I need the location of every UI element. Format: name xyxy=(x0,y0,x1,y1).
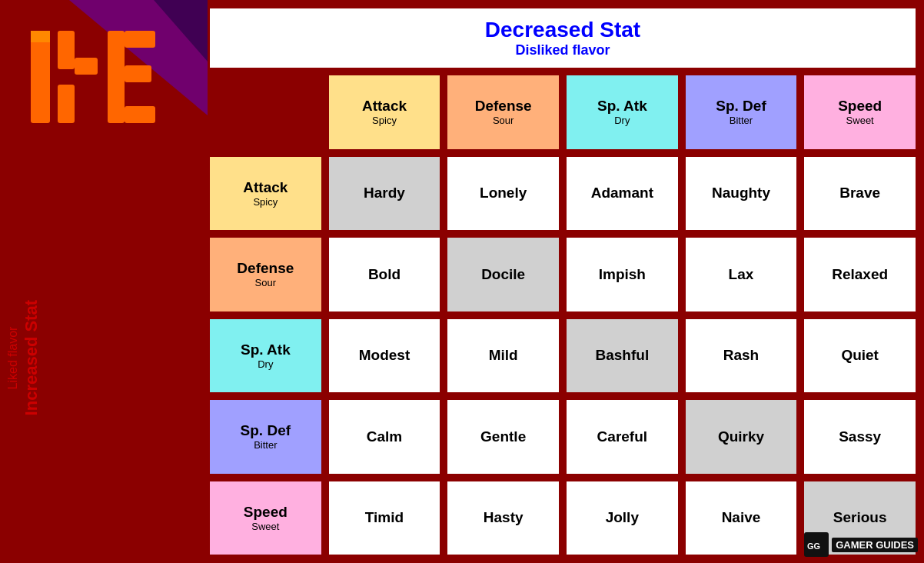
right-content: Decreased Stat Disliked flavor Attack Sp… xyxy=(208,0,924,563)
col-header-defense: Defense Sour xyxy=(445,73,561,152)
col-header-spatk: Sp. Atk Dry xyxy=(564,73,680,152)
nature-adamant: Adamant xyxy=(564,155,680,233)
nature-timid: Timid xyxy=(327,479,443,558)
increased-stat-label: Increased Stat xyxy=(22,300,42,415)
nature-mild: Mild xyxy=(445,317,561,395)
nature-modest: Modest xyxy=(327,317,443,395)
nature-impish: Impish xyxy=(564,235,680,314)
col-header-spdef: Sp. Def Bitter xyxy=(683,73,799,152)
nature-rash: Rash xyxy=(683,317,799,395)
nature-grid: Attack Spicy Defense Sour Sp. Atk Dry Sp… xyxy=(208,73,918,557)
vertical-stat-label: Increased Stat Liked flavor xyxy=(2,185,44,531)
main-container: Increased Stat Liked flavor Decreased St… xyxy=(0,0,924,563)
nature-hardy: Hardy xyxy=(327,155,443,233)
left-panel: Increased Stat Liked flavor xyxy=(0,0,208,563)
svg-rect-8 xyxy=(108,31,125,123)
svg-marker-4 xyxy=(31,31,50,42)
row-header-defense: Defense Sour xyxy=(208,235,324,314)
nature-calm: Calm xyxy=(327,398,443,476)
row-header-spdef: Sp. Def Bitter xyxy=(208,398,324,476)
nature-sassy: Sassy xyxy=(802,398,918,476)
nature-bashful: Bashful xyxy=(564,317,680,395)
col-header-attack: Attack Spicy xyxy=(327,73,443,152)
nature-naive: Naive xyxy=(683,479,799,558)
svg-rect-11 xyxy=(125,106,155,123)
decreased-stat-title: Decreased Stat xyxy=(214,18,912,42)
corner-cell xyxy=(208,73,324,152)
svg-text:GG: GG xyxy=(807,541,820,551)
row-header-speed: Speed Sweet xyxy=(208,479,324,558)
svg-rect-5 xyxy=(58,31,75,69)
nature-gentle: Gentle xyxy=(445,398,561,476)
top-header: Decreased Stat Disliked flavor xyxy=(208,6,918,70)
svg-rect-7 xyxy=(75,58,98,75)
nature-lax: Lax xyxy=(683,235,799,314)
nature-quirky: Quirky xyxy=(683,398,799,476)
svg-rect-10 xyxy=(125,65,151,82)
logo-graphic xyxy=(0,0,208,162)
nature-brave: Brave xyxy=(802,155,918,233)
nature-bold: Bold xyxy=(327,235,443,314)
disliked-flavor-subtitle: Disliked flavor xyxy=(214,42,912,58)
nature-lonely: Lonely xyxy=(445,155,561,233)
nature-jolly: Jolly xyxy=(564,479,680,558)
svg-rect-9 xyxy=(125,31,155,48)
nature-relaxed: Relaxed xyxy=(802,235,918,314)
nature-careful: Careful xyxy=(564,398,680,476)
svg-rect-6 xyxy=(58,85,75,123)
row-header-attack: Attack Spicy xyxy=(208,155,324,233)
nature-docile: Docile xyxy=(445,235,561,314)
gamer-guides-logo-icon: GG xyxy=(804,532,829,557)
nature-naughty: Naughty xyxy=(683,155,799,233)
row-header-spatk: Sp. Atk Dry xyxy=(208,317,324,395)
nature-quiet: Quiet xyxy=(802,317,918,395)
watermark-text: GAMER GUIDES xyxy=(832,538,918,552)
col-header-speed: Speed Sweet xyxy=(802,73,918,152)
svg-rect-3 xyxy=(31,31,50,123)
nature-hasty: Hasty xyxy=(445,479,561,558)
watermark: GG GAMER GUIDES xyxy=(804,532,918,557)
liked-flavor-label: Liked flavor xyxy=(6,326,19,389)
